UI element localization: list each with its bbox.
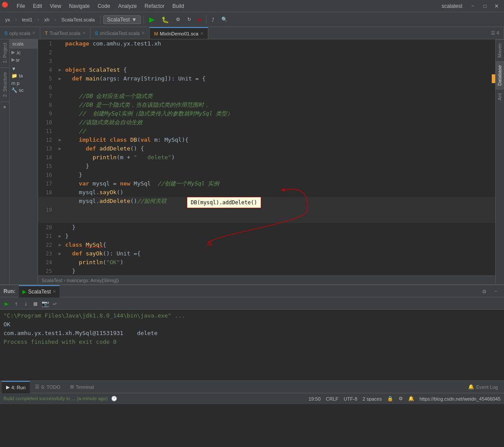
maven-tab[interactable]: Maven [496,39,504,61]
stop-btn[interactable]: ■ [196,16,204,23]
scroll-down-btn[interactable]: ↓ [21,299,31,308]
close-btn[interactable]: ✕ [491,2,502,10]
breadcrumb-file[interactable]: ScalaTest.scala [59,16,97,23]
menu-edit[interactable]: Edit [29,2,46,10]
snapshot-btn[interactable]: 📷 [40,299,50,308]
profile-btn[interactable]: ↻ [185,16,194,23]
line-18: 18 mysql.sayOk() [38,188,495,197]
project-panel: scala ▶ .ic ▶ sr ▼ 📁 ta m p 🔧 sc [10,39,38,284]
project-item-expand[interactable]: ▼ [10,65,38,72]
console-finish-line: Process finished with exit code 0 [4,338,500,346]
line-17: 17 var mysql = new MySql //创建一个MySql 实例 [38,179,495,188]
run-btn[interactable]: ▶ [147,14,157,24]
menu-refactor[interactable]: Refactor [141,2,168,10]
tab-icon: S [95,31,98,36]
todo-icon: ☰ [35,384,39,390]
project-item-ta[interactable]: 📁 ta [10,72,38,80]
wrap-btn[interactable]: ↩ [50,299,60,308]
project-tab[interactable]: 1: Project [1,39,8,66]
tab-more[interactable]: ☰ 4 [486,27,504,39]
menu-view[interactable]: View [46,2,65,10]
run-panel-actions: ⚙ － [476,286,504,296]
debug-btn[interactable]: 🐛 [159,15,172,24]
structure-tab[interactable]: 2: Structure [1,69,8,101]
run-content: "C:\Program Files\Java\jdk1.8.0_144\bin\… [0,310,504,381]
tab-icon: T [45,31,48,36]
settings-btn[interactable]: ⚙ [480,286,489,296]
line-25: 25 } [38,267,495,276]
project-item-p[interactable]: m p [10,80,38,87]
run-tab-scaltest[interactable]: ▶ ScalaTest ✕ [19,285,60,297]
btab-todo[interactable]: ☰ 6: TODO [31,381,65,393]
menu-build[interactable]: Build [169,2,188,10]
app-title: scalatest [438,2,466,10]
line-15: 15 } [38,162,495,171]
menu-navigate[interactable]: Navigate [66,2,93,10]
run-icon: ▶ [6,384,10,390]
tab-oply[interactable]: S oply.scala ✕ [0,27,40,39]
warning-marker-5 [492,74,495,83]
fold-4[interactable]: ▶ [59,66,61,74]
run-config[interactable]: ScalaTest ▼ [103,15,141,24]
toolbar: yx › test1 › xh › ScalaTest.scala ScalaT… [0,12,504,27]
coverage-btn[interactable]: ⚙ [173,16,183,23]
right-panels: Maven Database Ant [495,39,504,284]
btab-event-log[interactable]: 🔔 Event Log [464,381,502,393]
line-20: 20 } [38,223,495,232]
btab-run[interactable]: ▶ 4: Run [2,381,30,393]
fold-22[interactable]: ▶ [59,241,61,249]
bottom-tool-tabs: ▶ 4: Run ☰ 6: TODO ⊞ Terminal 🔔 Event Lo… [0,381,504,393]
minimize-btn[interactable]: － [467,1,479,10]
breadcrumb-xh[interactable]: xh [42,16,52,23]
line-14: 14 println(m + " delete") [38,153,495,162]
tab-scaltest[interactable]: S xh\ScalaTest.scala ✕ [91,27,150,39]
line-4: 4 ▶ object ScalaTest { [38,66,495,74]
menu-analyze[interactable]: Analyze [115,2,140,10]
run-config-arrow: ▼ [132,17,137,23]
vcs-btn[interactable]: ⤴ [209,16,217,23]
tab-label: MixInDemo01.sca [160,31,198,36]
line-1: 1 package com.amhu.yx.test1.xh [38,39,495,48]
run-panel: Run: ▶ ScalaTest ✕ ⚙ － ▶ ↑ ↓ ■ 📷 ↩ "C:\P… [0,284,504,381]
fold-13[interactable]: ▶ [59,144,61,153]
search-btn[interactable]: 🔍 [219,16,230,23]
encoding-display[interactable]: UTF-8 [343,396,357,402]
menu-file[interactable]: File [13,2,28,10]
fold-23[interactable]: ▶ [59,249,61,258]
tab-mixindemo[interactable]: M MixInDemo01.sca ✕ [150,27,208,39]
btab-terminal[interactable]: ⊞ Terminal [66,381,98,393]
tab-close[interactable]: ✕ [141,31,145,35]
project-item-sr[interactable]: ▶ sr [10,56,38,63]
line-2: 2 [38,48,495,57]
crlf-display[interactable]: CRLF [326,396,339,402]
scroll-up-btn[interactable]: ↑ [11,299,21,308]
time-display: 19:50 [308,396,321,402]
database-tab[interactable]: Database [496,61,504,89]
line-19: 19 mysql.addDelete()//如何关联 DB(mysql).add… [38,197,495,223]
breadcrumb-yx[interactable]: yx [3,16,13,23]
event-log-icon: 🔔 [468,384,474,390]
project-item-sc[interactable]: 🔧 sc [10,87,38,94]
project-item-ic[interactable]: ▶ .ic [10,49,38,56]
tab-trait[interactable]: T TraitTest.scala ✕ [40,27,90,39]
run-config-label: ScalaTest [107,17,130,23]
run-again-btn[interactable]: ▶ [2,299,11,308]
tab-close[interactable]: ✕ [32,31,35,35]
favorites-tab[interactable]: ★ [2,103,7,111]
btab-todo-label: 6: TODO [41,384,60,390]
fold-12[interactable]: ▶ [59,136,61,144]
ant-tab[interactable]: Ant [496,89,504,104]
run-tab-close[interactable]: ✕ [52,289,56,294]
line-6: 6 [38,83,495,92]
fold-5[interactable]: ▶ [59,74,61,83]
tab-close[interactable]: ✕ [82,31,86,35]
minimize-run-btn[interactable]: － [491,286,500,296]
menu-bar: 🔴 File Edit View Navigate Code Analyze R… [0,0,504,12]
maximize-btn[interactable]: □ [480,2,490,10]
left-sidebar: 1: Project 2: Structure ★ [0,39,10,284]
breadcrumb-test1[interactable]: test1 [19,16,35,23]
indent-display[interactable]: 2 spaces [363,396,382,402]
tab-close[interactable]: ✕ [200,31,203,36]
stop-run-btn[interactable]: ■ [31,299,40,308]
menu-code[interactable]: Code [94,2,114,10]
